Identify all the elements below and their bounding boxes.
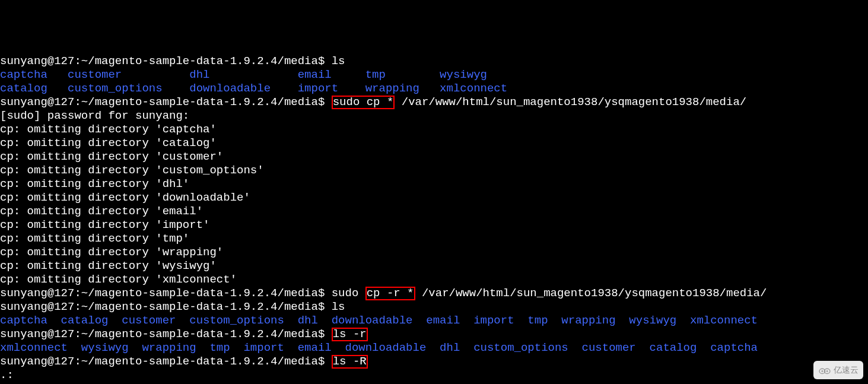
output-line: cp: omitting directory 'dhl': [0, 177, 868, 191]
highlight-box: ls -r: [332, 328, 368, 341]
svg-point-2: [822, 370, 824, 372]
output-line: cp: omitting directory 'xmlconnect': [0, 273, 868, 287]
output-line: cp: omitting directory 'tmp': [0, 232, 868, 246]
shell-prompt: sunyang@127:~/magento-sample-data-1.9.2.…: [0, 300, 345, 313]
shell-prompt: sunyang@127:~/magento-sample-data-1.9.2.…: [0, 355, 868, 369]
output-line: cp: omitting directory 'wrapping': [0, 246, 868, 259]
shell-prompt: sunyang@127:~/magento-sample-data-1.9.2.…: [0, 96, 868, 109]
output-line: .:: [0, 369, 868, 382]
directory-listing: captcha customer dhl email tmp wysiwyg: [0, 68, 487, 81]
shell-prompt: sunyang@127:~/magento-sample-data-1.9.2.…: [0, 55, 345, 68]
svg-point-3: [826, 370, 828, 372]
highlight-box: ls -R: [332, 355, 368, 369]
output-line: cp: omitting directory 'custom_options': [0, 164, 868, 177]
directory-listing: captcha catalog customer custom_options …: [0, 314, 758, 327]
highlight-box: cp -r *: [365, 287, 415, 300]
output-line: cp: omitting directory 'email': [0, 205, 868, 218]
terminal-output[interactable]: sunyang@127:~/magento-sample-data-1.9.2.…: [0, 55, 868, 384]
cloud-icon: [818, 366, 831, 375]
output-line: cp: omitting directory 'wysiwyg': [0, 259, 868, 273]
output-line: cp: omitting directory 'captcha': [0, 123, 868, 137]
watermark-text: 亿速云: [834, 363, 859, 377]
highlight-box: sudo cp *: [332, 96, 395, 109]
output-line: cp: omitting directory 'catalog': [0, 137, 868, 150]
output-line: [sudo] password for sunyang:: [0, 109, 868, 123]
output-line: cp: omitting directory 'import': [0, 218, 868, 232]
shell-prompt: sunyang@127:~/magento-sample-data-1.9.2.…: [0, 287, 868, 300]
output-line: cp: omitting directory 'downloadable': [0, 191, 868, 205]
output-line: cp: omitting directory 'customer': [0, 150, 868, 164]
directory-listing: catalog custom_options downloadable impo…: [0, 82, 507, 95]
directory-listing: xmlconnect wysiwyg wrapping tmp import e…: [0, 341, 758, 354]
watermark-badge: 亿速云: [813, 361, 863, 379]
shell-prompt: sunyang@127:~/magento-sample-data-1.9.2.…: [0, 328, 868, 341]
